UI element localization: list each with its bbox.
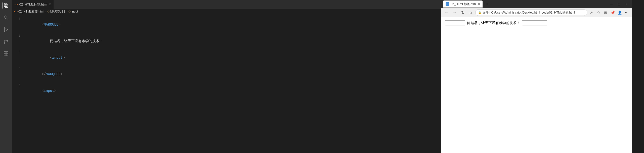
tab-bar: <> 02_HTML标签.html × [12, 0, 441, 9]
code-line-3: 3 <input> [12, 49, 441, 66]
line-number-4: 4 [12, 66, 25, 71]
line-number-3: 3 [12, 49, 25, 55]
line-content-3: <input> [25, 49, 441, 66]
browser-panel: H 02_HTML标签.html × + ─ □ × ← → [441, 0, 632, 153]
back-button[interactable]: ← [443, 9, 450, 16]
svg-rect-0 [4, 3, 7, 7]
browser-favicon: H [446, 2, 449, 6]
svg-rect-1 [5, 4, 8, 8]
forward-button[interactable]: → [451, 9, 458, 16]
git-icon[interactable] [3, 38, 10, 45]
page-input-left[interactable] [445, 20, 465, 26]
code-line-4: 4 </MARQUEE> [12, 66, 441, 83]
breadcrumb-sep-2: › [66, 10, 67, 13]
restore-button[interactable]: □ [615, 1, 622, 8]
minimize-icon: ─ [610, 2, 613, 6]
reload-button[interactable]: ↻ [459, 9, 466, 16]
right-panel [632, 0, 644, 153]
line-content-5: <input> [25, 83, 441, 99]
breadcrumb-file-label: 02_HTML标签.html [18, 10, 44, 14]
menu-button[interactable]: ⋯ [623, 9, 630, 16]
browser-tab-close-button[interactable]: × [478, 2, 480, 6]
extensions-icon[interactable] [3, 50, 10, 57]
breadcrumb-input-label: input [71, 10, 78, 13]
line-number-1: 1 [12, 16, 25, 22]
code-editor[interactable]: 1 <MARQUEE> 2 尚硅谷，让天下没有难学的技术！ 3 <input> … [12, 14, 441, 153]
browser-tab-label: 02_HTML标签.html [451, 2, 477, 6]
file-protocol-label: 文件 | [483, 11, 490, 15]
browser-content: 尚硅谷，让天下没有难学的技术！ [441, 17, 632, 153]
browser-toolbar: ← → ↻ ⌂ 🔒 文件 | C:/Users/Administrator/De… [441, 8, 632, 17]
breadcrumb-file-icon: <> [14, 10, 18, 13]
svg-point-6 [4, 40, 5, 41]
browser-chrome: H 02_HTML标签.html × + ─ □ × ← → [441, 0, 632, 17]
svg-rect-11 [6, 52, 8, 53]
browser-titlebar: H 02_HTML标签.html × + ─ □ × [441, 0, 632, 8]
breadcrumb-item-input[interactable]: ◇ input [68, 10, 78, 13]
code-line-2: 2 尚硅谷，让天下没有难学的技术！ [12, 33, 441, 49]
breadcrumb-marquee-icon: ◇ [47, 10, 50, 13]
svg-rect-12 [4, 54, 6, 56]
browser-actions: ↗ ☆ ⊞ 📌 👤 ⋯ [588, 9, 630, 16]
home-button[interactable]: ⌂ [467, 9, 474, 16]
svg-rect-10 [4, 52, 6, 53]
close-window-icon: × [625, 2, 627, 6]
favorite-button[interactable]: ☆ [595, 9, 602, 16]
line-content-4: </MARQUEE> [25, 66, 441, 83]
breadcrumb-item-file[interactable]: <> 02_HTML标签.html [14, 10, 44, 14]
code-line-1: 1 <MARQUEE> [12, 16, 441, 33]
breadcrumb-marquee-label: MARQUEE [50, 10, 66, 13]
run-icon[interactable] [3, 26, 10, 33]
svg-point-7 [4, 43, 5, 44]
line-number-5: 5 [12, 83, 25, 88]
close-window-button[interactable]: × [623, 1, 630, 8]
collections-button[interactable]: ⊞ [602, 9, 609, 16]
line-content-2: 尚硅谷，让天下没有难学的技术！ [25, 33, 441, 49]
breadcrumb-item-marquee[interactable]: ◇ MARQUEE [47, 10, 66, 13]
address-text: C:/Users/Administrator/Desktop/html_code… [491, 11, 584, 15]
window-controls: ─ □ × [608, 1, 630, 8]
profile-button[interactable]: 👤 [616, 9, 623, 16]
svg-line-3 [7, 18, 8, 20]
editor-tab[interactable]: <> 02_HTML标签.html × [12, 0, 54, 9]
pin-button[interactable]: 📌 [609, 9, 616, 16]
line-number-2: 2 [12, 33, 25, 38]
page-marquee-text: 尚硅谷，让天下没有难学的技术！ [467, 21, 520, 25]
tab-label: 02_HTML标签.html [19, 2, 47, 7]
minimize-button[interactable]: ─ [608, 1, 615, 8]
address-bar[interactable]: 🔒 文件 | C:/Users/Administrator/Desktop/ht… [475, 9, 587, 16]
code-line-5: 5 <input> [12, 83, 441, 99]
breadcrumb-sep-1: › [45, 10, 46, 13]
activity-bar [0, 0, 12, 153]
editor-area: <> 02_HTML标签.html × <> 02_HTML标签.html › … [12, 0, 441, 153]
svg-marker-4 [5, 28, 8, 32]
share-button[interactable]: ↗ [588, 9, 595, 16]
line-content-1: <MARQUEE> [25, 16, 441, 33]
search-icon[interactable] [3, 14, 10, 21]
new-tab-button[interactable]: + [484, 1, 491, 8]
page-content: 尚硅谷，让天下没有难学的技术！ [445, 20, 628, 26]
browser-tab[interactable]: H 02_HTML标签.html × [443, 1, 483, 8]
restore-icon: □ [618, 2, 620, 6]
files-icon[interactable] [3, 2, 10, 9]
svg-rect-13 [6, 54, 8, 56]
breadcrumb: <> 02_HTML标签.html › ◇ MARQUEE › ◇ input [12, 9, 441, 14]
favicon-text: H [447, 3, 448, 5]
lock-icon: 🔒 [478, 11, 482, 14]
breadcrumb-input-icon: ◇ [68, 10, 71, 13]
page-input-right[interactable] [522, 20, 547, 26]
tab-close-button[interactable]: × [49, 3, 51, 7]
svg-point-2 [4, 16, 7, 19]
html-file-icon: <> [15, 3, 18, 6]
